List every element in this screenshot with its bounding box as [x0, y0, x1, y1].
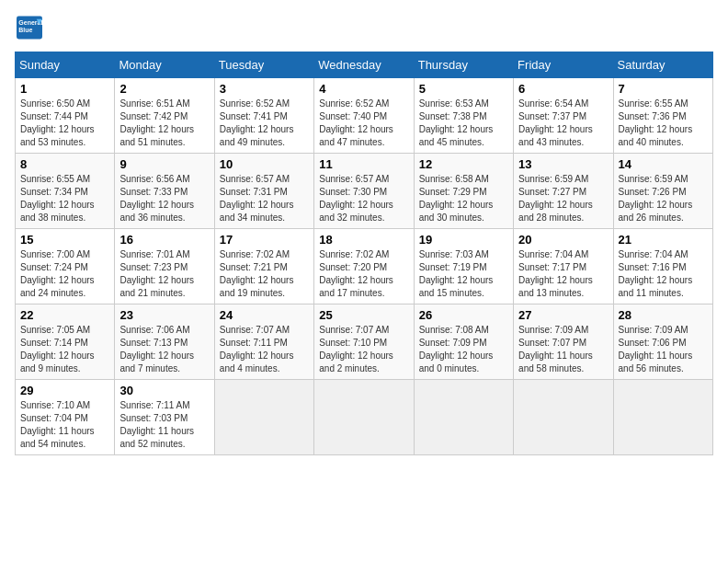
- day-cell: 21 Sunrise: 7:04 AMSunset: 7:16 PMDaylig…: [613, 229, 712, 304]
- day-cell: [514, 380, 613, 455]
- day-number: 26: [419, 308, 508, 322]
- header-monday: Monday: [115, 52, 214, 78]
- day-number: 22: [20, 308, 109, 322]
- day-cell: 8 Sunrise: 6:55 AMSunset: 7:34 PMDayligh…: [16, 154, 115, 229]
- day-cell: [414, 380, 513, 455]
- day-cell: 26 Sunrise: 7:08 AMSunset: 7:09 PMDaylig…: [414, 304, 513, 380]
- day-cell: 23 Sunrise: 7:06 AMSunset: 7:13 PMDaylig…: [115, 304, 214, 380]
- week-row-3: 15 Sunrise: 7:00 AMSunset: 7:24 PMDaylig…: [16, 229, 713, 304]
- day-cell: 20 Sunrise: 7:04 AMSunset: 7:17 PMDaylig…: [514, 229, 613, 304]
- day-info: Sunrise: 7:09 AMSunset: 7:06 PMDaylight:…: [619, 325, 693, 373]
- day-cell: [314, 380, 414, 455]
- day-cell: 12 Sunrise: 6:58 AMSunset: 7:29 PMDaylig…: [414, 154, 513, 229]
- day-info: Sunrise: 7:04 AMSunset: 7:17 PMDaylight:…: [518, 249, 593, 298]
- day-number: 10: [220, 157, 309, 171]
- header-saturday: Saturday: [613, 52, 712, 78]
- day-info: Sunrise: 7:05 AMSunset: 7:14 PMDaylight:…: [20, 325, 95, 373]
- day-cell: 9 Sunrise: 6:56 AMSunset: 7:33 PMDayligh…: [115, 154, 214, 229]
- day-info: Sunrise: 7:07 AMSunset: 7:11 PMDaylight:…: [220, 325, 294, 373]
- day-info: Sunrise: 6:57 AMSunset: 7:31 PMDaylight:…: [220, 174, 294, 223]
- day-cell: 19 Sunrise: 7:03 AMSunset: 7:19 PMDaylig…: [414, 229, 513, 304]
- day-number: 12: [419, 157, 508, 171]
- calendar-table: SundayMondayTuesdayWednesdayThursdayFrid…: [15, 52, 713, 455]
- day-number: 6: [518, 82, 608, 96]
- week-row-5: 29 Sunrise: 7:10 AMSunset: 7:04 PMDaylig…: [16, 380, 713, 455]
- day-number: 11: [319, 157, 408, 171]
- day-number: 20: [518, 233, 608, 247]
- day-number: 24: [220, 308, 309, 322]
- logo-icon: General Blue: [15, 15, 44, 40]
- day-info: Sunrise: 7:08 AMSunset: 7:09 PMDaylight:…: [419, 325, 494, 373]
- day-number: 13: [518, 157, 608, 171]
- header-tuesday: Tuesday: [214, 52, 313, 78]
- day-info: Sunrise: 7:11 AMSunset: 7:03 PMDaylight:…: [119, 400, 194, 449]
- day-number: 25: [319, 308, 408, 322]
- day-number: 27: [518, 308, 608, 322]
- day-info: Sunrise: 6:57 AMSunset: 7:30 PMDaylight:…: [319, 174, 393, 223]
- day-cell: 25 Sunrise: 7:07 AMSunset: 7:10 PMDaylig…: [314, 304, 414, 380]
- day-cell: 16 Sunrise: 7:01 AMSunset: 7:23 PMDaylig…: [115, 229, 214, 304]
- day-info: Sunrise: 7:06 AMSunset: 7:13 PMDaylight:…: [119, 325, 194, 373]
- day-info: Sunrise: 6:56 AMSunset: 7:33 PMDaylight:…: [119, 174, 194, 223]
- day-info: Sunrise: 7:10 AMSunset: 7:04 PMDaylight:…: [20, 400, 95, 449]
- day-info: Sunrise: 6:52 AMSunset: 7:41 PMDaylight:…: [220, 98, 294, 147]
- day-cell: 7 Sunrise: 6:55 AMSunset: 7:36 PMDayligh…: [613, 78, 712, 154]
- header-thursday: Thursday: [414, 52, 513, 78]
- day-number: 9: [119, 157, 209, 171]
- day-cell: 24 Sunrise: 7:07 AMSunset: 7:11 PMDaylig…: [214, 304, 313, 380]
- day-cell: 29 Sunrise: 7:10 AMSunset: 7:04 PMDaylig…: [16, 380, 115, 455]
- header-sunday: Sunday: [16, 52, 115, 78]
- day-info: Sunrise: 7:01 AMSunset: 7:23 PMDaylight:…: [119, 249, 194, 298]
- day-cell: 27 Sunrise: 7:09 AMSunset: 7:07 PMDaylig…: [514, 304, 613, 380]
- day-info: Sunrise: 7:03 AMSunset: 7:19 PMDaylight:…: [419, 249, 494, 298]
- day-info: Sunrise: 7:02 AMSunset: 7:21 PMDaylight:…: [220, 249, 294, 298]
- day-number: 4: [319, 82, 408, 96]
- day-info: Sunrise: 7:09 AMSunset: 7:07 PMDaylight:…: [518, 325, 593, 373]
- page-header: General Blue: [15, 15, 713, 40]
- day-number: 23: [119, 308, 209, 322]
- day-cell: 10 Sunrise: 6:57 AMSunset: 7:31 PMDaylig…: [214, 154, 313, 229]
- day-cell: 28 Sunrise: 7:09 AMSunset: 7:06 PMDaylig…: [613, 304, 712, 380]
- svg-text:Blue: Blue: [18, 27, 32, 33]
- day-number: 15: [20, 233, 109, 247]
- day-number: 5: [419, 82, 508, 96]
- day-cell: 3 Sunrise: 6:52 AMSunset: 7:41 PMDayligh…: [214, 78, 313, 154]
- day-number: 14: [619, 157, 708, 171]
- header-wednesday: Wednesday: [314, 52, 414, 78]
- day-cell: 4 Sunrise: 6:52 AMSunset: 7:40 PMDayligh…: [314, 78, 414, 154]
- day-number: 2: [119, 82, 209, 96]
- day-info: Sunrise: 7:04 AMSunset: 7:16 PMDaylight:…: [619, 249, 693, 298]
- day-number: 1: [20, 82, 109, 96]
- day-cell: 1 Sunrise: 6:50 AMSunset: 7:44 PMDayligh…: [16, 78, 115, 154]
- day-info: Sunrise: 6:52 AMSunset: 7:40 PMDaylight:…: [319, 98, 393, 147]
- day-cell: 13 Sunrise: 6:59 AMSunset: 7:27 PMDaylig…: [514, 154, 613, 229]
- day-cell: 30 Sunrise: 7:11 AMSunset: 7:03 PMDaylig…: [115, 380, 214, 455]
- week-row-4: 22 Sunrise: 7:05 AMSunset: 7:14 PMDaylig…: [16, 304, 713, 380]
- day-number: 17: [220, 233, 309, 247]
- day-cell: 15 Sunrise: 7:00 AMSunset: 7:24 PMDaylig…: [16, 229, 115, 304]
- day-info: Sunrise: 7:07 AMSunset: 7:10 PMDaylight:…: [319, 325, 393, 373]
- day-number: 29: [20, 384, 109, 397]
- day-cell: [613, 380, 712, 455]
- day-number: 21: [619, 233, 708, 247]
- week-row-2: 8 Sunrise: 6:55 AMSunset: 7:34 PMDayligh…: [16, 154, 713, 229]
- day-number: 3: [220, 82, 309, 96]
- day-number: 30: [119, 384, 209, 397]
- day-info: Sunrise: 6:53 AMSunset: 7:38 PMDaylight:…: [419, 98, 494, 147]
- day-cell: 2 Sunrise: 6:51 AMSunset: 7:42 PMDayligh…: [115, 78, 214, 154]
- day-info: Sunrise: 6:54 AMSunset: 7:37 PMDaylight:…: [518, 98, 593, 147]
- day-info: Sunrise: 7:02 AMSunset: 7:20 PMDaylight:…: [319, 249, 393, 298]
- day-info: Sunrise: 6:50 AMSunset: 7:44 PMDaylight:…: [20, 98, 95, 147]
- day-number: 18: [319, 233, 408, 247]
- day-info: Sunrise: 6:59 AMSunset: 7:26 PMDaylight:…: [619, 174, 693, 223]
- day-info: Sunrise: 6:59 AMSunset: 7:27 PMDaylight:…: [518, 174, 593, 223]
- day-cell: [214, 380, 313, 455]
- header-friday: Friday: [514, 52, 613, 78]
- logo: General Blue: [15, 15, 48, 40]
- day-cell: 14 Sunrise: 6:59 AMSunset: 7:26 PMDaylig…: [613, 154, 712, 229]
- day-cell: 11 Sunrise: 6:57 AMSunset: 7:30 PMDaylig…: [314, 154, 414, 229]
- day-cell: 22 Sunrise: 7:05 AMSunset: 7:14 PMDaylig…: [16, 304, 115, 380]
- day-cell: 18 Sunrise: 7:02 AMSunset: 7:20 PMDaylig…: [314, 229, 414, 304]
- day-number: 28: [619, 308, 708, 322]
- day-info: Sunrise: 6:55 AMSunset: 7:34 PMDaylight:…: [20, 174, 95, 223]
